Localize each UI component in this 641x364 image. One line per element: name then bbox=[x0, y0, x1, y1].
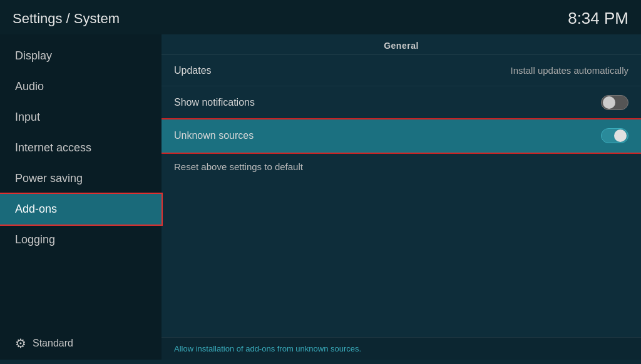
show-notifications-row[interactable]: Show notifications bbox=[162, 86, 641, 119]
sidebar-item-power-saving[interactable]: Power saving bbox=[0, 163, 162, 194]
settings-panel: General Updates Install updates automati… bbox=[162, 34, 641, 337]
reset-row[interactable]: Reset above settings to default bbox=[162, 153, 641, 181]
main-layout: Display Audio Input Internet access Powe… bbox=[0, 34, 641, 360]
unknown-sources-label: Unknown sources bbox=[174, 130, 254, 141]
content-footer: Allow installation of add-ons from unkno… bbox=[162, 337, 641, 360]
show-notifications-toggle[interactable] bbox=[601, 95, 628, 110]
updates-row[interactable]: Updates Install updates automatically bbox=[162, 55, 641, 86]
show-notifications-label: Show notifications bbox=[174, 97, 255, 108]
header: Settings / System 8:34 PM bbox=[0, 0, 641, 34]
updates-value: Install updates automatically bbox=[511, 65, 628, 76]
gear-icon: ⚙ bbox=[15, 336, 26, 351]
clock: 8:34 PM bbox=[568, 9, 628, 28]
section-header: General bbox=[162, 34, 641, 55]
sidebar-item-input[interactable]: Input bbox=[0, 102, 162, 133]
sidebar-item-display[interactable]: Display bbox=[0, 41, 162, 71]
unknown-sources-row[interactable]: Unknown sources bbox=[162, 119, 641, 153]
sidebar-item-audio[interactable]: Audio bbox=[0, 71, 162, 102]
sidebar-item-internet-access[interactable]: Internet access bbox=[0, 133, 162, 163]
unknown-sources-toggle[interactable] bbox=[601, 128, 628, 143]
sidebar: Display Audio Input Internet access Powe… bbox=[0, 34, 162, 360]
content-area: General Updates Install updates automati… bbox=[162, 34, 641, 360]
standard-label: Standard bbox=[33, 338, 73, 349]
reset-label: Reset above settings to default bbox=[174, 161, 303, 172]
page-title: Settings / System bbox=[13, 11, 120, 27]
updates-label: Updates bbox=[174, 65, 212, 76]
sidebar-item-logging[interactable]: Logging bbox=[0, 225, 162, 255]
sidebar-item-add-ons[interactable]: Add-ons bbox=[0, 194, 162, 225]
footer-text: Allow installation of add-ons from unkno… bbox=[174, 344, 361, 353]
sidebar-bottom[interactable]: ⚙ Standard bbox=[0, 327, 162, 360]
